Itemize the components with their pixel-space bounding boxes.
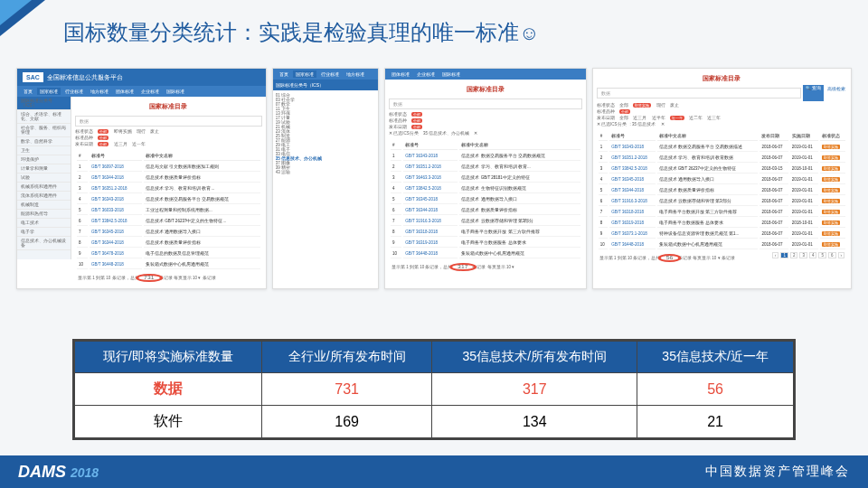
results-table: #标准号标准中文名称 1GB/T 36097-2018信息与文献 引文数据库数据… [75, 150, 262, 271]
screenshot-2: 首页国家标准行业标准地方标准 国际标准分类号（ICS） 01 综合03 社会学0… [272, 68, 379, 289]
pagination[interactable]: ‹123456› [769, 251, 847, 265]
slide-title: 国标数量分类统计：实践是检验真理的唯一标准☺ [63, 18, 539, 47]
screenshot-1: SAC 全国标准信息公共服务平台 首页国家标准行业标准地方标准团体标准企业标准国… [16, 68, 267, 289]
sidebar: 国际标准分类号（ICS） 综合、术语学、标准化、文献社会学、服务、组织与管理数学… [17, 97, 71, 259]
count-circle-1: 731 [136, 274, 162, 282]
screenshots-row: SAC 全国标准信息公共服务平台 首页国家标准行业标准地方标准团体标准企业标准国… [16, 68, 852, 289]
search-input[interactable]: 数据 [597, 88, 801, 99]
smile-icon: ☺ [519, 22, 539, 44]
corner-decoration-light [0, 0, 32, 25]
count-circle-2: 317 [449, 263, 476, 271]
catalog-title: 国家标准目录 [75, 100, 262, 113]
adv-search-link[interactable]: 高级检索 [826, 85, 847, 101]
dams-logo: DAMS 2018 [18, 463, 99, 482]
count-circle-3: 56 [657, 254, 681, 262]
search-button[interactable]: 🔍 查询 [803, 85, 824, 101]
search-input[interactable]: 数据 [75, 116, 262, 127]
slide-footer: DAMS 2018 中国数据资产管理峰会 [0, 455, 868, 488]
sac-header: SAC 全国标准信息公共服务平台 [17, 69, 266, 86]
screenshot-4: 国家标准目录 数据🔍 查询高级检索 标准状态 全部 即将实施 现行 废止 标准品… [592, 68, 852, 289]
sac-logo: SAC [23, 72, 43, 82]
nav-bar: 首页国家标准行业标准地方标准 [273, 69, 378, 80]
footer-text: 中国数据资产管理峰会 [705, 464, 850, 480]
search-input[interactable]: 数据 [389, 99, 582, 109]
screenshot-3: 团体标准企业标准国际标准 国家标准目录 数据 标准状态 全部 标准品种 全部 发… [384, 68, 587, 289]
pagination-info: 显示第 1 到第 10 条记录，总共 731 条记录 每页显示 10 ▾ 条记录 [75, 271, 262, 285]
summary-table: 现行/即将实施标准数量 全行业/所有发布时间 35信息技术/所有发布时间 35信… [72, 339, 796, 440]
nav-bar: 首页国家标准行业标准地方标准团体标准企业标准国际标准 [17, 86, 266, 97]
